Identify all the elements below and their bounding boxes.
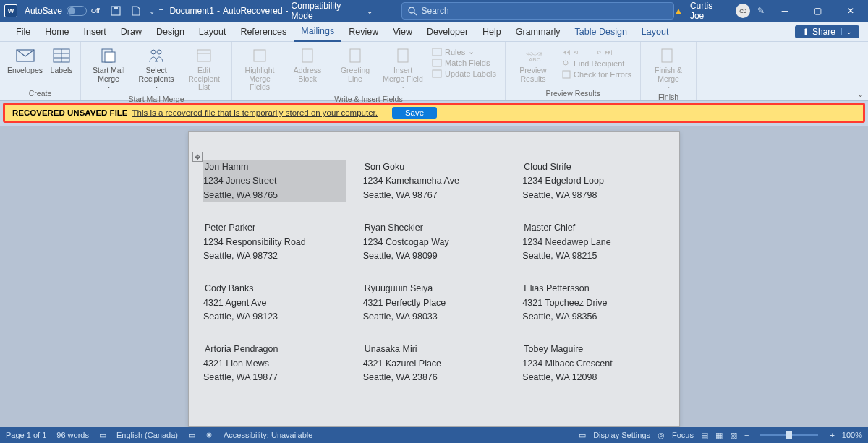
status-accessibility[interactable]: Accessibility: Unavailable <box>224 431 313 439</box>
tab-grammarly[interactable]: Grammarly <box>509 22 568 42</box>
accessibility-icon[interactable]: ▭ <box>188 431 195 440</box>
document-area[interactable]: ✥ Jon Hamm1234 Jones StreetSeattle, WA 9… <box>0 126 868 427</box>
svg-rect-19 <box>433 48 441 56</box>
highlight-fields-button[interactable]: Highlight Merge Fields <box>237 45 283 93</box>
doc-icon[interactable] <box>129 4 143 18</box>
tab-mailings[interactable]: Mailings <box>294 22 341 42</box>
spellcheck-icon[interactable]: ▭ <box>99 431 106 440</box>
tab-table-design[interactable]: Table Design <box>568 22 634 42</box>
status-language[interactable]: English (Canada) <box>116 431 178 439</box>
svg-line-3 <box>414 12 417 15</box>
user-name[interactable]: Curtis Joe <box>690 1 728 21</box>
focus-icon[interactable]: ◎ <box>658 431 665 440</box>
collapse-ribbon-button[interactable]: ⌄ <box>857 90 864 99</box>
address-street: 4321 Agent Ave <box>203 296 346 310</box>
address-name: Ryan Sheckler <box>363 221 506 235</box>
save-button[interactable]: Save <box>392 107 437 119</box>
address-block: Unasaka Miri4321 Kazurei PlaceSeattle, W… <box>363 343 506 384</box>
title-bar: W AutoSave Off ⌄ = Document1 - AutoRecov… <box>0 0 868 22</box>
tab-layout[interactable]: Layout <box>192 22 234 42</box>
close-button[interactable]: ✕ <box>838 0 864 22</box>
record-nav[interactable]: ⏮◁ ▷⏭ <box>561 46 633 58</box>
message-text[interactable]: This is a recovered file that is tempora… <box>132 108 378 117</box>
warning-icon[interactable]: ▲ <box>674 6 683 16</box>
search-input[interactable]: Search <box>401 2 674 20</box>
match-fields-button[interactable]: Match Fields <box>430 58 498 68</box>
envelopes-button[interactable]: Envelopes <box>4 45 46 77</box>
rules-button[interactable]: Rules ⌄ <box>430 46 498 57</box>
view-print-icon[interactable]: ▦ <box>715 431 723 440</box>
share-button[interactable]: ⬆ Share ⌄ <box>795 25 859 38</box>
svg-point-12 <box>157 50 161 54</box>
address-city: Seattle, WA 98798 <box>522 189 665 202</box>
avatar[interactable]: CJ <box>736 4 750 18</box>
minimize-button[interactable]: ─ <box>772 0 798 22</box>
find-recipient-button[interactable]: Find Recipient <box>561 59 633 69</box>
labels-button[interactable]: Labels <box>47 45 76 77</box>
tab-view[interactable]: View <box>386 22 420 42</box>
address-block-button[interactable]: Address Block <box>284 45 331 85</box>
finish-merge-button[interactable]: Finish & Merge⌄ <box>645 45 692 91</box>
chevron-down-icon[interactable]: ⌄ <box>367 7 373 15</box>
edit-recipient-list-button[interactable]: Edit Recipient List <box>181 45 227 93</box>
zoom-out-button[interactable]: − <box>744 431 749 439</box>
svg-rect-18 <box>398 49 408 62</box>
pen-icon[interactable]: ✎ <box>757 6 765 16</box>
status-words[interactable]: 96 words <box>56 431 89 439</box>
address-city: Seattle, WA 19877 <box>203 371 346 384</box>
address-city: Seattle, WA 12098 <box>522 371 665 384</box>
greeting-line-button[interactable]: Greeting Line <box>332 45 378 85</box>
chevron-down-icon[interactable]: ⌄ <box>841 28 852 35</box>
status-display[interactable]: Display Settings <box>593 431 650 439</box>
svg-rect-26 <box>662 49 672 62</box>
tab-table-layout[interactable]: Layout <box>634 22 676 42</box>
zoom-level[interactable]: 100% <box>842 431 862 439</box>
tab-developer[interactable]: Developer <box>420 22 475 42</box>
table-anchor-icon[interactable]: ✥ <box>192 152 203 162</box>
status-focus[interactable]: Focus <box>672 431 694 439</box>
tab-review[interactable]: Review <box>341 22 386 42</box>
dropdown-icon[interactable]: ⌄ <box>149 7 155 15</box>
autosave-state: Off <box>91 7 100 14</box>
tab-draw[interactable]: Draw <box>114 22 149 42</box>
preview-results-button[interactable]: ≪<>≫ABCPreview Results <box>510 45 556 85</box>
select-recipients-button[interactable]: Select Recipients⌄ <box>133 45 179 91</box>
save-icon[interactable] <box>109 4 123 18</box>
autosave-toggle[interactable]: AutoSave Off <box>25 6 100 16</box>
ribbon-group-finish: Finish & Merge⌄ Finish <box>641 42 697 100</box>
display-settings-icon[interactable]: ▭ <box>579 431 586 440</box>
tab-help[interactable]: Help <box>475 22 509 42</box>
start-mail-merge-button[interactable]: Start Mail Merge⌄ <box>85 45 132 91</box>
address-street: 1234 Responsibility Road <box>203 236 346 249</box>
tab-file[interactable]: File <box>9 22 38 42</box>
address-street: 1234 Needawep Lane <box>522 236 665 249</box>
view-web-icon[interactable]: ▧ <box>730 431 737 440</box>
status-bar: Page 1 of 1 96 words ▭ English (Canada) … <box>0 427 868 443</box>
tab-insert[interactable]: Insert <box>77 22 114 42</box>
tab-references[interactable]: References <box>233 22 294 42</box>
group-title-preview: Preview Results <box>545 87 600 99</box>
document-title[interactable]: Document1 - AutoRecovered - Compatibilit… <box>170 1 373 21</box>
address-name: Master Chief <box>522 221 665 235</box>
envelope-icon <box>16 46 35 65</box>
check-errors-button[interactable]: Check for Errors <box>561 69 633 79</box>
address-street: 1234 Jones Street <box>203 174 346 188</box>
ribbon-group-write: Highlight Merge Fields Address Block Gre… <box>232 42 506 100</box>
tab-home[interactable]: Home <box>38 22 76 42</box>
svg-rect-10 <box>105 52 115 62</box>
word-icon: W <box>4 4 17 17</box>
maximize-button[interactable]: ▢ <box>805 0 831 22</box>
tab-design[interactable]: Design <box>149 22 192 42</box>
toggle-switch[interactable] <box>67 6 87 16</box>
update-labels-button[interactable]: Update Labels <box>430 69 498 79</box>
address-city: Seattle, WA 98123 <box>203 310 346 324</box>
address-name: Cody Banks <box>203 282 346 296</box>
insert-merge-field-button[interactable]: Insert Merge Field⌄ <box>380 45 426 91</box>
group-title-write: Write & Insert Fields <box>334 93 402 105</box>
status-page[interactable]: Page 1 of 1 <box>6 431 46 439</box>
zoom-slider[interactable] <box>760 434 818 436</box>
ribbon-group-preview: ≪<>≫ABCPreview Results ⏮◁ ▷⏭ Find Recipi… <box>506 42 641 100</box>
recovered-file-message-bar: RECOVERED UNSAVED FILE This is a recover… <box>3 103 865 123</box>
view-read-icon[interactable]: ▤ <box>701 431 708 440</box>
zoom-in-button[interactable]: + <box>830 431 834 439</box>
